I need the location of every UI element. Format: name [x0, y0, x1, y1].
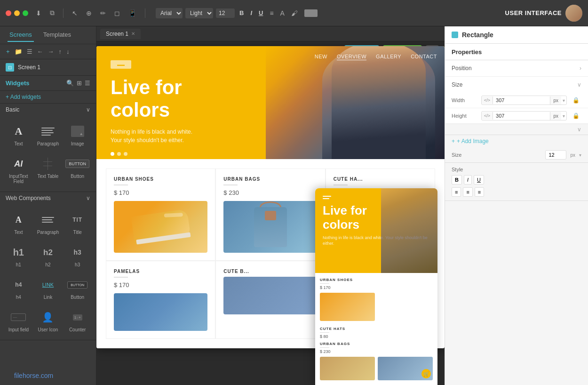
nav-overview[interactable]: OVERVIEW: [337, 54, 366, 60]
align-right-btn[interactable]: ≡: [475, 187, 484, 197]
mp-cart-badge[interactable]: 🛒: [421, 369, 431, 378]
wc-paragraph[interactable]: Paragraph: [34, 208, 62, 239]
canvas-tabbar: Screen 1 ✕: [96, 26, 445, 41]
tab-screens[interactable]: Screens: [8, 28, 34, 42]
cursor-icon[interactable]: ↖: [70, 8, 79, 18]
nav-new[interactable]: NEW: [315, 54, 327, 60]
minimize-button[interactable]: [14, 10, 20, 16]
nav-back-btn[interactable]: ←: [36, 47, 45, 56]
italic-btn[interactable]: I: [248, 8, 254, 17]
mp-hero-image: [381, 188, 437, 273]
widget-text[interactable]: A Text: [5, 120, 32, 150]
width-lock-icon[interactable]: 🔒: [571, 97, 581, 104]
widget-button-basic[interactable]: BUTTON Button: [64, 152, 91, 188]
tab-templates[interactable]: Templates: [41, 28, 73, 42]
wc-paragraph-icon: [39, 212, 57, 228]
height-value[interactable]: 307: [493, 112, 550, 120]
dot-2[interactable]: [117, 152, 121, 156]
wc-usericon[interactable]: 👤 User Icon: [34, 305, 62, 336]
height-dropdown-icon[interactable]: ▾: [561, 112, 566, 120]
search-icon[interactable]: 🔍: [66, 80, 74, 87]
font-size-dropdown-icon[interactable]: ▾: [579, 152, 581, 158]
widget-texttable[interactable]: Text Table: [34, 152, 62, 188]
pen-icon[interactable]: ✏: [98, 8, 108, 18]
rp-collapse-icon[interactable]: ∨: [577, 126, 581, 133]
inputfield-label: Input field: [8, 327, 29, 332]
underline-format-btn[interactable]: U: [474, 175, 484, 184]
dot-1[interactable]: [111, 152, 114, 156]
width-value[interactable]: 307: [493, 96, 550, 104]
size-section-header[interactable]: Size ∨: [445, 77, 588, 93]
wc-link[interactable]: LINK Link: [34, 273, 62, 304]
download-icon[interactable]: ⬇: [34, 8, 43, 18]
nav-gallery[interactable]: GALLERY: [376, 54, 401, 60]
width-dropdown-icon[interactable]: ▾: [561, 97, 566, 104]
grid-view-icon[interactable]: ⊞: [77, 80, 82, 87]
font-family-select[interactable]: Arial: [156, 8, 183, 18]
add-screen-btn[interactable]: +: [5, 47, 11, 56]
widget-image[interactable]: ▲ Image: [64, 120, 91, 150]
widget-paragraph[interactable]: Paragraph: [34, 120, 62, 150]
product-bags-price: $ 230: [223, 189, 317, 196]
nav-contact[interactable]: CONTACT: [411, 54, 437, 60]
product-shoes: URBAN SHOES $ 170: [106, 168, 215, 261]
rp-font-size-input[interactable]: [545, 150, 566, 160]
height-lock-icon[interactable]: 🔒: [571, 112, 581, 119]
wc-h2[interactable]: h2 h2: [34, 241, 62, 271]
list-view-btn[interactable]: ☰: [25, 47, 34, 56]
font-weight-select[interactable]: Light: [185, 8, 213, 18]
category-wc-header[interactable]: Web Components ∨: [0, 192, 96, 204]
rp-color-swatch[interactable]: [452, 32, 458, 38]
height-row: Height </> 307 px ▾ 🔒: [445, 108, 588, 124]
font-size-input[interactable]: [216, 8, 235, 18]
button-basic-label: Button: [71, 174, 84, 179]
wc-h3[interactable]: h3 h3: [64, 241, 91, 271]
nav-up-btn[interactable]: ↑: [57, 47, 64, 56]
wc-button[interactable]: BUTTON Button: [64, 273, 91, 304]
widget-inputtext[interactable]: AI InputText Field: [5, 152, 32, 188]
paint-icon[interactable]: 🖌: [289, 8, 300, 18]
mp-bags-cat: URBAN BAGS: [320, 342, 433, 346]
bold-btn[interactable]: B: [238, 8, 246, 17]
nav-down-btn[interactable]: ↓: [65, 47, 71, 56]
folder-btn[interactable]: 📁: [13, 47, 24, 56]
bold-format-btn[interactable]: B: [452, 175, 462, 184]
wc-counter[interactable]: 1-+ Counter: [64, 305, 91, 336]
wc-title[interactable]: TIT Title: [64, 208, 91, 239]
align-left-btn[interactable]: ≡: [452, 187, 461, 197]
zoom-icon[interactable]: ⊕: [84, 8, 94, 18]
screen-1-item[interactable]: ⊡ Screen 1: [0, 59, 96, 75]
underline-btn[interactable]: U: [257, 8, 265, 17]
wc-inputfield[interactable]: — Input field: [5, 305, 32, 336]
text-color-icon[interactable]: A: [278, 8, 286, 18]
shape-icon[interactable]: ◻: [112, 8, 122, 18]
product-shoes-divider: [114, 184, 128, 185]
maximize-button[interactable]: [23, 10, 28, 16]
align-center-btn[interactable]: ≡: [463, 187, 472, 197]
wc-h4[interactable]: h4 h4: [5, 273, 32, 304]
add-widgets-btn[interactable]: + Add widgets: [0, 91, 96, 104]
font-size-row-label: Size: [452, 152, 461, 158]
panel-toolbar: + 📁 ☰ ← → ↑ ↓: [0, 44, 96, 59]
copy-icon[interactable]: ⧉: [48, 8, 56, 18]
category-basic-header[interactable]: Basic ∨: [0, 104, 96, 116]
wc-text[interactable]: A Text: [5, 208, 32, 239]
wc-h1[interactable]: h1 h1: [5, 241, 32, 271]
canvas-tab-screen1[interactable]: Screen 1 ✕: [100, 29, 141, 39]
italic-format-btn[interactable]: I: [464, 175, 472, 184]
nav-forward-btn[interactable]: →: [47, 47, 56, 56]
canvas-tab-close-icon[interactable]: ✕: [131, 31, 135, 36]
close-button[interactable]: [6, 10, 11, 16]
position-section-header[interactable]: Position ›: [445, 60, 588, 76]
category-wc-name: Web Components: [6, 195, 51, 201]
width-code-icon: </>: [482, 96, 493, 104]
list-view-icon[interactable]: ☰: [85, 80, 90, 87]
dot-3[interactable]: [124, 152, 127, 156]
add-image-btn[interactable]: + + Add Image: [445, 135, 588, 147]
color-preview[interactable]: [304, 9, 318, 17]
mobile-icon[interactable]: 📱: [127, 8, 138, 18]
user-avatar[interactable]: [565, 5, 582, 22]
menu-line-2: [323, 198, 329, 199]
h3-label: h3: [75, 262, 80, 267]
align-icon[interactable]: ≡: [268, 8, 275, 18]
